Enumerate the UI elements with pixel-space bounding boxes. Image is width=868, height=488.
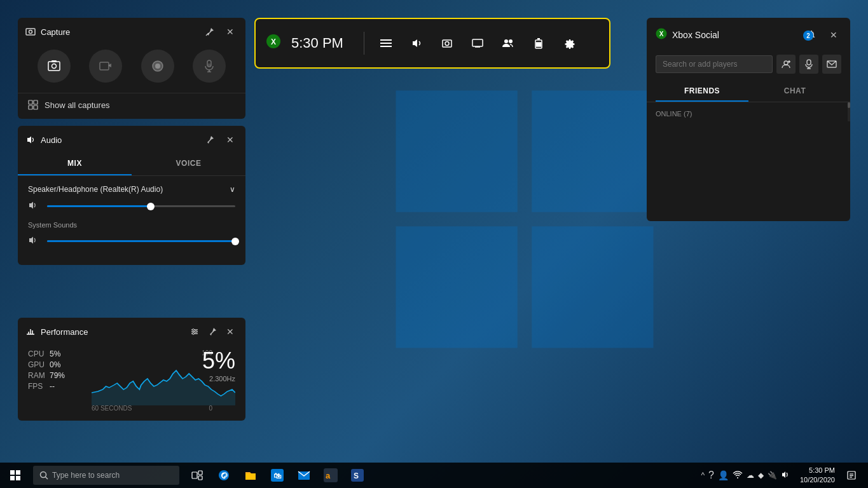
tray-volume-icon[interactable] [781, 470, 791, 481]
perf-settings-button[interactable] [187, 324, 202, 339]
tray-network-icon[interactable]: 🔌 [768, 471, 777, 480]
svg-rect-52 [10, 470, 15, 475]
gamebar-battery-icon[interactable] [527, 32, 550, 55]
svg-rect-53 [16, 470, 20, 475]
social-scrollbar[interactable] [848, 102, 850, 121]
svg-point-45 [784, 61, 788, 65]
taskbar-search-text: Type here to search [52, 471, 120, 480]
taskbar-swiftkey[interactable]: S [345, 463, 370, 488]
cpu-freq: 2.300Hz [209, 375, 235, 383]
start-button[interactable] [0, 463, 31, 488]
gamebar-screen-icon[interactable] [466, 32, 489, 55]
gamebar-time: 5:30 PM [291, 35, 343, 51]
audio-content: Speaker/Headphone (Realtek(R) Audio) ∨ S… [18, 176, 245, 265]
message-button[interactable] [822, 55, 841, 74]
gamebar-menu-icon[interactable] [375, 32, 397, 55]
svg-text:X: X [271, 37, 276, 46]
tray-wifi-icon[interactable] [733, 470, 743, 481]
performance-panel: Performance ✕ CPU 5% GPU 0% [18, 318, 245, 421]
system-sound-icon [28, 235, 41, 247]
taskbar-edge[interactable] [211, 463, 237, 488]
gamebar: X 5:30 PM [254, 18, 610, 69]
notifications-button[interactable]: 2 [802, 25, 821, 44]
perf-panel-header: Performance ✕ [18, 318, 245, 344]
action-center-button[interactable] [840, 463, 863, 488]
svg-point-15 [509, 39, 513, 43]
svg-rect-48 [807, 60, 811, 65]
voice-chat-button[interactable] [799, 55, 818, 74]
perf-pin-button[interactable] [205, 324, 220, 339]
tray-onedrive-icon[interactable]: ☁ [747, 471, 754, 480]
perf-content: CPU 5% GPU 0% RAM 79% FPS -- 5% 2.300 [18, 344, 245, 421]
svg-point-41 [195, 331, 197, 333]
gamebar-audio-icon[interactable] [405, 32, 428, 55]
screenshot-button[interactable] [38, 50, 71, 83]
social-search-row [647, 51, 850, 78]
svg-rect-59 [198, 471, 202, 475]
svg-rect-8 [380, 46, 392, 47]
capture-panel-title: Capture [41, 27, 197, 37]
audio-header-icon [25, 135, 36, 145]
audio-panel-title: Audio [41, 135, 197, 145]
audio-panel-header: Audio ✕ [18, 126, 245, 152]
taskbar-mail[interactable] [291, 463, 317, 488]
tray-clock: 5:30 PM [809, 466, 835, 475]
system-sounds-slider[interactable] [47, 240, 235, 242]
audio-tab-voice[interactable]: VOICE [132, 152, 245, 175]
audio-pin-button[interactable] [202, 132, 217, 147]
tray-expand[interactable]: ^ [701, 471, 705, 480]
svg-text:🛍: 🛍 [273, 471, 282, 480]
mic-button[interactable] [193, 50, 226, 83]
taskbar-amazon[interactable]: a [318, 463, 343, 488]
performance-header-icon [25, 327, 36, 337]
capture-icons-row [18, 44, 245, 90]
social-tab-chat[interactable]: CHAT [748, 81, 841, 102]
svg-rect-54 [10, 476, 15, 480]
tray-time[interactable]: 5:30 PM 10/20/2020 [797, 466, 837, 485]
svg-rect-22 [48, 62, 60, 71]
taskbar-task-view[interactable] [184, 463, 210, 488]
capture-panel: Capture ✕ Show all captures [18, 18, 245, 119]
taskbar-file-explorer[interactable] [238, 463, 263, 488]
social-header-right: 2 [802, 25, 821, 44]
tray-dropbox-icon[interactable]: ◆ [758, 471, 764, 480]
taskbar-microsoft-store[interactable]: 🛍 [265, 463, 290, 488]
svg-point-20 [29, 30, 32, 34]
svg-point-27 [155, 64, 160, 69]
svg-text:a: a [326, 471, 331, 480]
perf-grid: CPU 5% GPU 0% RAM 79% FPS -- 5% 2.300 [28, 349, 235, 413]
show-captures-label: Show all captures [45, 100, 110, 110]
social-xbox-icon: X [656, 28, 667, 42]
gpu-stat: GPU 0% [28, 360, 79, 369]
social-tab-friends[interactable]: FRIENDS [656, 81, 748, 102]
gamebar-settings-icon[interactable] [558, 32, 581, 55]
gamebar-capture-icon[interactable] [436, 32, 458, 55]
perf-close-button[interactable]: ✕ [223, 324, 238, 339]
chart-scale-bottom: 0 [209, 405, 212, 412]
audio-close-button[interactable]: ✕ [223, 132, 238, 147]
search-players-input[interactable] [656, 55, 773, 73]
add-player-button[interactable] [776, 55, 796, 74]
tray-help-icon[interactable]: ? [708, 470, 714, 481]
tray-people-icon[interactable]: 👤 [718, 470, 729, 480]
svg-point-56 [41, 472, 46, 478]
capture-pin-button[interactable] [202, 24, 217, 39]
speaker-slider[interactable] [47, 205, 235, 207]
record-button[interactable] [89, 50, 122, 83]
search-icon [39, 471, 48, 480]
social-close-button[interactable]: ✕ [826, 27, 841, 43]
svg-rect-0 [396, 91, 518, 212]
audio-tab-mix[interactable]: MIX [18, 152, 132, 175]
gamebar-social-icon[interactable] [497, 32, 520, 55]
svg-point-42 [193, 333, 195, 335]
taskbar: Type here to search 🛍 a S ^ ? 👤 [0, 463, 868, 488]
record-clip-button[interactable] [141, 50, 174, 83]
xbox-icon: X [266, 34, 281, 53]
speaker-volume-row [28, 200, 235, 212]
show-all-captures-button[interactable]: Show all captures [18, 93, 245, 119]
taskbar-search[interactable]: Type here to search [33, 466, 179, 485]
social-panel: X Xbox Social 2 ✕ FRIENDS CHAT ONLINE (7… [647, 18, 850, 221]
capture-close-button[interactable]: ✕ [223, 24, 238, 39]
svg-rect-11 [472, 39, 483, 46]
svg-rect-36 [34, 105, 38, 109]
